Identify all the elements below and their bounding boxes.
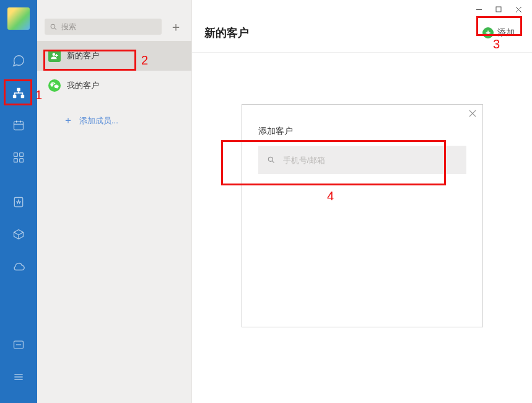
svg-point-28: [268, 157, 273, 161]
avatar[interactable]: [7, 7, 30, 30]
wechat-icon: [48, 79, 61, 92]
nav-menu-icon[interactable]: [6, 365, 31, 389]
new-customer-icon: [48, 50, 61, 62]
add-button[interactable]: + 添加: [477, 25, 520, 41]
sidebar-item-label: 我的客户: [67, 80, 99, 91]
nav-apps-icon[interactable]: [6, 145, 31, 170]
sidebar-item-label: 新的客户: [67, 50, 99, 61]
page-title: 新的客户: [204, 25, 249, 40]
nav-calendar-icon[interactable]: [6, 113, 31, 138]
modal-close-button[interactable]: [469, 110, 476, 117]
maximize-button[interactable]: [490, 2, 507, 16]
svg-line-29: [272, 161, 274, 163]
add-member-label: 添加成员...: [79, 115, 118, 126]
modal-title: 添加客户: [242, 105, 482, 146]
svg-rect-7: [14, 153, 18, 157]
search-icon: [50, 23, 58, 31]
svg-line-18: [55, 28, 56, 30]
nav-contacts-icon[interactable]: [6, 81, 31, 105]
nav-cloud-icon[interactable]: [6, 254, 31, 279]
svg-rect-3: [14, 122, 24, 130]
nav-rail: [0, 0, 37, 403]
svg-point-19: [53, 53, 56, 56]
nav-box-icon[interactable]: [6, 222, 31, 247]
add-button-label: 添加: [497, 27, 515, 38]
sidebar-item-new-customer[interactable]: 新的客户: [37, 41, 191, 71]
add-member-link[interactable]: ＋ 添加成员...: [37, 100, 191, 127]
svg-rect-10: [20, 159, 24, 162]
svg-rect-8: [20, 153, 24, 157]
sidebar: 搜索 ＋ 新的客户 我的客户 ＋ 添加成员...: [37, 0, 192, 403]
nav-inbox-icon[interactable]: [6, 332, 31, 357]
search-icon: [267, 156, 276, 164]
svg-rect-2: [21, 95, 24, 99]
plus-circle-icon: +: [482, 27, 494, 38]
main-content: 新的客户 + 添加 添加客户: [192, 0, 532, 403]
page-header: 新的客户 + 添加: [192, 19, 532, 53]
minimize-button[interactable]: [470, 2, 487, 16]
svg-rect-1: [13, 95, 17, 99]
sidebar-item-my-customer[interactable]: 我的客户: [37, 71, 191, 100]
svg-rect-9: [14, 159, 18, 162]
search-input[interactable]: 搜索: [45, 19, 162, 35]
nav-chat-icon[interactable]: [6, 48, 31, 73]
new-chat-button[interactable]: ＋: [168, 19, 184, 35]
nav-docs-icon[interactable]: [6, 190, 31, 215]
svg-rect-23: [496, 7, 501, 12]
svg-point-17: [51, 24, 55, 29]
phone-email-input[interactable]: [283, 156, 458, 165]
search-placeholder: 搜索: [61, 22, 76, 32]
svg-rect-21: [55, 55, 58, 56]
plus-icon: ＋: [63, 114, 73, 127]
close-button[interactable]: [510, 2, 527, 16]
svg-rect-0: [17, 88, 20, 92]
window-controls: [192, 0, 532, 19]
modal-search-field[interactable]: [258, 146, 466, 174]
add-customer-modal: 添加客户: [242, 104, 483, 327]
